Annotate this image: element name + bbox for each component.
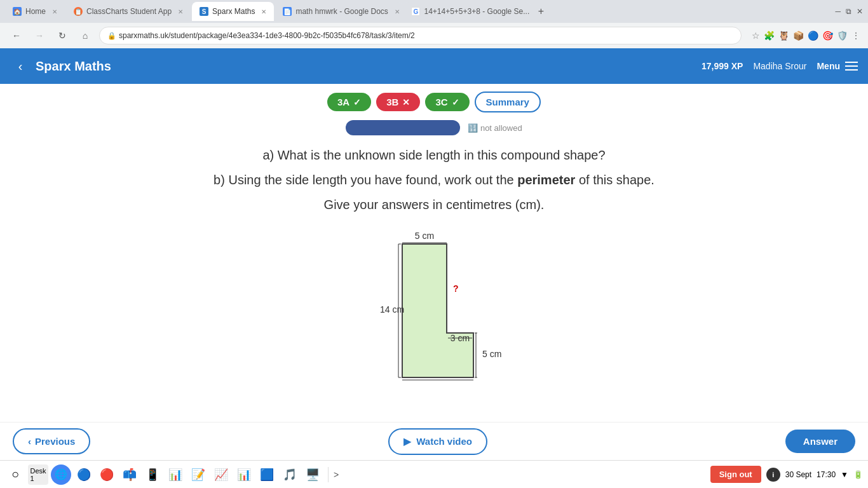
info-icon[interactable]: i — [766, 468, 780, 482]
tab-3a[interactable]: 3A ✓ — [327, 93, 371, 111]
more-apps-icon[interactable]: > — [334, 470, 339, 480]
answer-button[interactable]: Answer — [785, 430, 855, 453]
menu-label: Menu — [817, 61, 840, 71]
forward-button[interactable]: → — [31, 27, 48, 44]
url-text: sparxmaths.uk/student/package/4e3ea334-1… — [119, 31, 415, 40]
lock-icon: 🔒 — [107, 32, 116, 40]
label-top: 5 cm — [415, 231, 434, 241]
tab-google[interactable]: G 14+14+5+5+3+8 - Google Se... ✕ — [403, 2, 531, 21]
extension-icon-1[interactable]: 🧩 — [764, 30, 775, 41]
another-icon-2[interactable]: 🔴 — [97, 464, 117, 485]
extension-icon-5[interactable]: 🎯 — [822, 30, 833, 41]
another-icon-5[interactable]: 📊 — [165, 464, 186, 485]
shape-polygon — [402, 244, 473, 377]
another-icon-8[interactable]: 📊 — [234, 464, 254, 485]
tab-classcharts[interactable]: 📋 ClassCharts Student App ✕ — [66, 2, 191, 21]
time-label: 17:30 — [817, 470, 836, 479]
prev-chevron-icon: ‹ — [28, 436, 31, 447]
menu-button[interactable]: Menu — [817, 61, 858, 71]
video-icon: ▶ — [403, 436, 411, 447]
another-icon-9[interactable]: 🟦 — [257, 464, 277, 485]
watch-video-label: Watch video — [416, 436, 472, 447]
refresh-button[interactable]: ↻ — [53, 27, 71, 44]
restore-icon[interactable]: ⧉ — [846, 7, 851, 16]
question-part-a: a) What is the unknown side length in th… — [25, 148, 843, 163]
main-content: a) What is the unknown side length in th… — [0, 138, 868, 426]
task-progress-bar — [346, 120, 460, 135]
browser-toolbar: ☆ 🧩 🦉 📦 🔵 🎯 🛡️ ⋮ — [752, 30, 860, 41]
tab-summary[interactable]: Summary — [475, 92, 541, 112]
units-note: Give your answers in centimetres (cm). — [25, 198, 843, 212]
tab-3b-label: 3B — [386, 97, 398, 107]
sign-out-button[interactable]: Sign out — [710, 466, 761, 483]
extension-icon-6[interactable]: 🛡️ — [837, 30, 848, 41]
previous-button[interactable]: ‹ Previous — [13, 428, 90, 454]
sparx-header: ‹ Sparx Maths 17,999 XP Madiha Srour Men… — [0, 48, 868, 84]
tab-3b-x-icon: ✕ — [402, 97, 410, 107]
bookmark-icon[interactable]: ☆ — [752, 30, 760, 41]
extension-icon-3[interactable]: 📦 — [793, 30, 804, 41]
compound-shape-svg: 5 cm 14 cm ? 3 cm 5 cm — [351, 225, 517, 403]
url-bar[interactable]: 🔒 sparxmaths.uk/student/package/4e3ea334… — [99, 27, 742, 44]
label-right-bottom: 5 cm — [482, 349, 501, 359]
tab-docs[interactable]: 📄 math hmwrk - Google Docs ✕ — [275, 2, 402, 21]
shape-diagram: 5 cm 14 cm ? 3 cm 5 cm — [25, 225, 843, 403]
calculator-banner: 🔢 not allowed — [0, 118, 868, 138]
another-icon-10[interactable]: 🎵 — [280, 464, 300, 485]
username: Madiha Srour — [753, 61, 806, 71]
back-button[interactable]: ← — [8, 27, 25, 44]
tab-3c-label: 3C — [435, 97, 447, 107]
watch-video-button[interactable]: ▶ Watch video — [388, 428, 487, 455]
chrome-icon[interactable]: 🌐 — [51, 464, 71, 485]
tab-3b[interactable]: 3B ✕ — [376, 93, 420, 111]
extension-icon-2[interactable]: 🦉 — [778, 30, 789, 41]
tab-3a-check-icon: ✓ — [353, 97, 361, 107]
date-label: 30 Sept — [785, 470, 811, 479]
extension-icon-4[interactable]: 🔵 — [808, 30, 818, 41]
another-icon-11[interactable]: 🖥️ — [302, 464, 323, 485]
another-icon-3[interactable]: 📫 — [119, 464, 140, 485]
browser-chrome: 🏠 Home ✕ 📋 ClassCharts Student App ✕ S S… — [0, 0, 868, 48]
calculator-not-allowed-text: 🔢 not allowed — [468, 123, 522, 133]
task-tabs: 3A ✓ 3B ✕ 3C ✓ Summary — [0, 84, 868, 118]
desk-label: Desk 1 — [28, 464, 48, 485]
tab-sparx[interactable]: S Sparx Maths ✕ — [192, 2, 274, 21]
answer-label: Answer — [803, 436, 837, 447]
tab-3a-label: 3A — [337, 97, 349, 107]
battery-icon: 🔋 — [853, 470, 863, 479]
minimize-icon[interactable]: ─ — [835, 7, 841, 16]
another-icon-4[interactable]: 📱 — [142, 464, 163, 485]
taskbar-divider — [328, 467, 329, 482]
tab-home[interactable]: 🏠 Home ✕ — [5, 2, 65, 21]
label-unknown: ? — [453, 283, 459, 294]
new-tab-button[interactable]: + — [532, 3, 550, 20]
question-part-b: b) Using the side length you have found,… — [25, 173, 843, 187]
taskbar-circle-icon: ○ — [5, 464, 25, 485]
previous-label: Previous — [35, 436, 75, 447]
sparx-back-button[interactable]: ‹ — [10, 56, 31, 76]
hamburger-icon — [845, 62, 858, 71]
taskbar-right: Sign out i 30 Sept 17:30 ▼ 🔋 — [710, 466, 863, 483]
wifi-icon: ▼ — [841, 470, 848, 479]
another-icon-7[interactable]: 📈 — [211, 464, 231, 485]
tab-3c-check-icon: ✓ — [452, 97, 459, 107]
window-controls: ─ ⧉ ✕ — [835, 7, 863, 16]
label-left: 14 cm — [380, 304, 404, 315]
address-bar: ← → ↻ ⌂ 🔒 sparxmaths.uk/student/package/… — [0, 23, 868, 48]
tab-summary-label: Summary — [486, 97, 529, 107]
tab-3c[interactable]: 3C ✓ — [425, 93, 469, 111]
settings-icon[interactable]: ⋮ — [851, 30, 860, 41]
header-right: 17,999 XP Madiha Srour Menu — [702, 61, 858, 71]
sparx-logo: Sparx Maths — [36, 59, 111, 74]
another-icon-6[interactable]: 📝 — [188, 464, 208, 485]
close-icon[interactable]: ✕ — [857, 7, 863, 16]
home-button[interactable]: ⌂ — [76, 27, 94, 44]
bottom-action-bar: ‹ Previous ▶ Watch video Answer — [0, 422, 868, 460]
another-icon-1[interactable]: 🔵 — [74, 464, 94, 485]
tab-bar: 🏠 Home ✕ 📋 ClassCharts Student App ✕ S S… — [0, 0, 868, 23]
xp-badge: 17,999 XP — [702, 61, 743, 71]
system-taskbar: ○ Desk 1 🌐 🔵 🔴 📫 📱 📊 📝 📈 📊 🟦 🎵 🖥️ > Sign… — [0, 460, 868, 488]
